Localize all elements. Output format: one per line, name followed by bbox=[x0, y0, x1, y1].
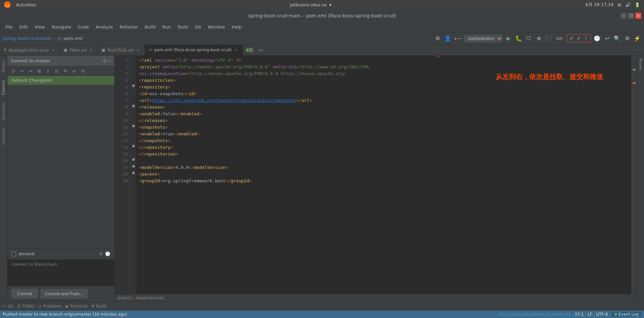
code-line-16 bbox=[139, 157, 631, 164]
line-num-11: 11 bbox=[115, 124, 130, 131]
terminal-tool-item[interactable]: ▶ Terminal bbox=[66, 304, 87, 309]
menu-file[interactable]: File bbox=[3, 23, 15, 31]
code-line-13: </snapshots> bbox=[139, 137, 631, 144]
todo-tool-item[interactable]: ☰ TODO bbox=[17, 304, 34, 309]
diff-icon[interactable]: ⊞ bbox=[36, 67, 43, 75]
filter-icon[interactable]: ⊜ bbox=[79, 67, 87, 75]
history-button[interactable]: 🕐 bbox=[593, 35, 601, 43]
amend-checkbox[interactable] bbox=[11, 252, 16, 256]
undo-icon[interactable]: ↩ bbox=[18, 67, 25, 75]
profile-icon[interactable]: 👤 bbox=[444, 35, 452, 43]
run-config-select[interactable]: AppApplication bbox=[464, 35, 502, 42]
menu-tools[interactable]: Tools bbox=[175, 23, 191, 31]
problems-tool-item[interactable]: ⚠ Problems bbox=[38, 304, 62, 309]
panel-tab-structure[interactable]: Structure bbox=[0, 99, 7, 124]
tab-more[interactable]: m bbox=[256, 45, 266, 55]
amend-settings-icon[interactable]: ⚙ bbox=[99, 251, 103, 256]
line-num-16: 16 bbox=[115, 157, 130, 164]
commit-minimize-icon[interactable]: ─ bbox=[108, 58, 111, 64]
redo-icon[interactable]: ↪ bbox=[27, 67, 34, 75]
tab-table-sol-close[interactable]: × bbox=[89, 48, 93, 53]
panel-tab-commit[interactable]: Commit bbox=[0, 76, 7, 99]
event-log-button[interactable]: Event Log bbox=[612, 312, 641, 317]
tab-pom-xml[interactable]: m pom.xml (fisco-bcos-spring-boot-crud) … bbox=[145, 45, 243, 55]
tab-testcrud-sol-close[interactable]: × bbox=[136, 48, 141, 53]
dropdown-icon[interactable]: ▾ bbox=[329, 2, 332, 7]
panel-tab-favorites[interactable]: Favorites bbox=[0, 124, 7, 149]
editor-tab-bar: C AppApplication.java × ■ Table.sol × ■ … bbox=[0, 45, 644, 56]
line-num-5: 5 bbox=[115, 84, 130, 90]
git-tool-item[interactable]: ⊢ Git bbox=[3, 304, 13, 309]
line-num-12: 12 bbox=[115, 131, 130, 137]
layout-icon[interactable]: ⊟ bbox=[53, 67, 60, 75]
git-push-button[interactable]: ↑ bbox=[583, 35, 589, 42]
commit-panel-header: Commit to master ⚙ ─ bbox=[7, 56, 114, 66]
undo-button[interactable]: ↩ bbox=[603, 35, 611, 43]
testcrud-file-icon: ■ bbox=[102, 48, 105, 52]
commit-and-push-button[interactable]: Commit and Push... bbox=[41, 289, 88, 299]
status-position[interactable]: 37:1 bbox=[575, 312, 584, 317]
status-encoding[interactable]: UTF-8 bbox=[596, 312, 608, 317]
tab-pom-xml-close[interactable]: × bbox=[234, 48, 238, 52]
status-line-ending[interactable]: LF bbox=[588, 312, 592, 317]
search-everywhere-button[interactable]: 🔍 bbox=[613, 35, 621, 43]
tab-appapplication[interactable]: C AppApplication.java × bbox=[0, 45, 60, 55]
sort-icon[interactable]: ≡ bbox=[70, 67, 78, 75]
eye-icon[interactable]: 👁 bbox=[62, 67, 69, 75]
code-line-10: </releases> bbox=[139, 117, 631, 124]
amend-clock-icon[interactable]: 🕐 bbox=[105, 251, 110, 256]
git-pull-button[interactable]: ✔ bbox=[569, 35, 575, 42]
breadcrumb-file[interactable]: pom.xml bbox=[63, 36, 83, 41]
editor-gutter bbox=[131, 56, 136, 294]
git-commit-button[interactable]: ✔ bbox=[576, 35, 582, 42]
commit-settings-icon[interactable]: ⚙ bbox=[103, 58, 107, 64]
code-editor[interactable]: <?xml version="1.0" encoding="UTF-8" ?> … bbox=[136, 56, 631, 294]
menu-help[interactable]: Help bbox=[229, 23, 245, 31]
volume-icon[interactable]: 🔊 bbox=[625, 2, 631, 7]
menu-window[interactable]: Window bbox=[205, 23, 228, 31]
menu-run[interactable]: Run bbox=[160, 23, 173, 31]
settings-main-button[interactable]: ⚙ bbox=[623, 35, 631, 43]
power-save-button[interactable]: ⚡ bbox=[633, 35, 641, 43]
stop-button[interactable]: ⬛ bbox=[545, 35, 553, 43]
menu-analyze[interactable]: Analyze bbox=[93, 23, 115, 31]
coverage-button[interactable]: 🛡 bbox=[525, 35, 533, 43]
firefox-icon[interactable]: 🦊 bbox=[4, 1, 11, 8]
tab-appapplication-close[interactable]: × bbox=[51, 48, 55, 53]
commit-button[interactable]: Commit bbox=[11, 289, 38, 299]
panel-tab-project[interactable]: Project bbox=[0, 56, 7, 76]
close-button[interactable]: ✕ bbox=[635, 13, 641, 19]
maximize-button[interactable]: ❐ bbox=[628, 13, 634, 19]
default-changelist[interactable]: Default Changelist bbox=[7, 76, 114, 85]
maven-panel-tab[interactable]: Maven bbox=[637, 56, 644, 73]
menu-git[interactable]: Git bbox=[192, 23, 204, 31]
tab-table-sol[interactable]: ■ Table.sol × bbox=[60, 45, 98, 55]
menu-edit[interactable]: Edit bbox=[17, 23, 31, 31]
commit-message-field[interactable]: Connect to BlockChain bbox=[7, 259, 114, 286]
download-icon[interactable]: ↓ bbox=[44, 67, 52, 75]
title-bar-controls: ─ ❐ ✕ bbox=[621, 13, 641, 19]
vcs-update-icon[interactable]: ⟵ bbox=[454, 35, 462, 43]
commit-panel: Commit to master ⚙ ─ ↺ ↩ ↪ ⊞ ↓ ⊟ 👁 ≡ ⊜ D… bbox=[7, 56, 115, 301]
tab-count-badge[interactable]: ▾ 2 bbox=[246, 48, 254, 52]
menu-refactor[interactable]: Refactor bbox=[117, 23, 141, 31]
menu-code[interactable]: Code bbox=[75, 23, 92, 31]
line-num-3: 3 bbox=[115, 70, 130, 77]
activities-label[interactable]: Activities bbox=[16, 2, 36, 7]
tab-testcrud-sol[interactable]: ■ TestCRUD.sol × bbox=[98, 45, 145, 55]
breadcrumb-dependencies[interactable]: dependencies bbox=[136, 296, 164, 300]
breadcrumb-project[interactable]: project bbox=[117, 296, 131, 300]
build-tool-item[interactable]: ⚒ Build bbox=[91, 304, 106, 309]
editor-minimap[interactable] bbox=[631, 56, 637, 294]
menu-view[interactable]: View bbox=[32, 23, 48, 31]
debug-button[interactable]: 🐛 bbox=[515, 35, 523, 43]
breadcrumb-main[interactable]: spring-boot-crud-main bbox=[3, 36, 51, 41]
profile-run-button[interactable]: ⊕ bbox=[535, 35, 543, 43]
refresh-icon[interactable]: ↺ bbox=[9, 67, 17, 75]
run-button[interactable]: ▶ bbox=[504, 35, 513, 43]
settings-icon[interactable]: ⚙ bbox=[434, 35, 442, 43]
battery-icon[interactable]: 🔋 bbox=[635, 2, 640, 7]
minimize-button[interactable]: ─ bbox=[621, 13, 627, 19]
menu-navigate[interactable]: Navigate bbox=[49, 23, 74, 31]
menu-build[interactable]: Build bbox=[142, 23, 158, 31]
